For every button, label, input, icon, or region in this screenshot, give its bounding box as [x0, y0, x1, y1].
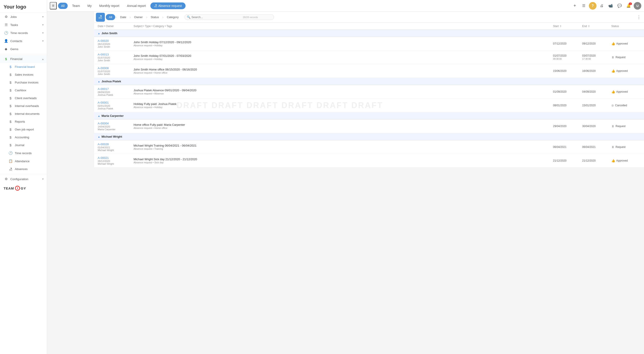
group-arrow-icon: ▲ [98, 32, 100, 35]
group-header[interactable]: ▲Maria Carpenter [94, 112, 644, 120]
question-button[interactable]: ? [589, 2, 596, 10]
filter-tab-status[interactable]: Status [148, 14, 162, 20]
sidebar-item-cashbox[interactable]: $ Cashbox [0, 86, 47, 94]
filter-tab-owner[interactable]: Owner [131, 14, 146, 20]
record-title: Holiday Fully paid: Joshua Piatek [134, 102, 553, 106]
record-status: 👍 Approved [611, 159, 640, 163]
status-badge: ⊗ Cancelled [611, 104, 627, 107]
absence-request-label: Absence request [158, 4, 182, 7]
sidebar-label-reports: Reports [15, 120, 44, 123]
teamogy-text-2: GY [21, 186, 26, 190]
sidebar-item-tasks[interactable]: ☰ Tasks ▼ [0, 21, 47, 29]
record-id: A-00008 [98, 66, 134, 70]
record-date-owner: A-00020 28/12/2020 John Smith [98, 39, 134, 48]
sidebar-item-time-records-fin[interactable]: 🕐 Time records [0, 149, 47, 157]
table-row[interactable]: A-00028 01/04/2021 Michael Wright Michae… [94, 140, 644, 154]
tab-all[interactable]: All [58, 3, 68, 9]
status-label: Cancelled [615, 104, 627, 107]
sidebar-label-internal-documents: Internal documents [15, 112, 44, 116]
video-button[interactable]: 📹 [607, 2, 614, 10]
approved-icon: 👍 [611, 159, 615, 163]
record-type: Absence request • Holiday [134, 58, 553, 60]
sidebar-label-configuration: Configuration [10, 177, 41, 181]
sidebar-label-financial-board: Financial board [15, 65, 44, 68]
sidebar-label-client-overheads: Client overheads [15, 96, 44, 100]
sidebar-item-financial-board[interactable]: $ Financial board [0, 63, 47, 71]
table-row[interactable]: A-00020 28/12/2020 John Smith John Smith… [94, 37, 644, 51]
th-subject: Subject • Type • Category • Tags [134, 25, 553, 28]
sidebar-item-internal-overheads[interactable]: $ Internal overheads [0, 102, 47, 110]
more-options-button[interactable]: ⋮ [636, 14, 642, 20]
sidebar-label-gems: Gems [10, 47, 44, 51]
group-header[interactable]: ▲John Smith [94, 30, 644, 37]
sidebar-item-client-overheads[interactable]: $ Client overheads [0, 94, 47, 102]
record-end: 16/06/2020 [582, 69, 611, 72]
status-label: Approved [616, 90, 628, 93]
accounting-icon: $ [8, 135, 13, 139]
sidebar-item-accounting[interactable]: $ Accounting [0, 133, 47, 141]
record-type: Absence request • Home office [134, 127, 553, 129]
bell-button[interactable]: 🔔 1 [625, 2, 632, 10]
record-type: Absence request • Home office [134, 71, 553, 74]
sidebar-item-sales-invoices[interactable]: $ Sales invoices [0, 71, 47, 79]
group-header[interactable]: ▲Michael Wright [94, 133, 644, 140]
chat-button[interactable]: 💬 [616, 2, 624, 10]
record-date-owner: A-00017 08/09/2020 Joshua Piatek [98, 87, 134, 96]
tab-annual-report[interactable]: Annual report [124, 3, 149, 9]
tab-my[interactable]: My [84, 3, 95, 9]
sidebar-item-time-records[interactable]: 🕐 Time records ▼ [0, 29, 47, 37]
filter-tab-all[interactable]: All [106, 14, 115, 20]
status-label: Request [616, 146, 626, 149]
sidebar-label-jobs: Jobs [10, 15, 41, 18]
status-label: Approved [616, 159, 628, 162]
filter-tab-date[interactable]: Date [117, 14, 129, 20]
table-row[interactable]: A-00017 08/09/2020 Joshua Piatek Joshua … [94, 85, 644, 99]
record-title: John Smith Holiday 07/12/2020 - 09/12/20… [134, 40, 553, 44]
table-row[interactable]: A-00021 28/12/2020 Michael Wright Michae… [94, 154, 644, 168]
sidebar-item-contacts[interactable]: 👤 Contacts ▼ [0, 37, 47, 45]
sidebar-label-own-job-report: Own job report [15, 128, 44, 131]
sidebar-item-gems[interactable]: ◆ Gems [0, 45, 47, 53]
sidebar-item-configuration[interactable]: ⚙ Configuration ▼ [0, 175, 47, 183]
record-date: 28/12/2020 [98, 160, 134, 163]
menu-button[interactable]: ≡ [50, 2, 57, 9]
filter-divider-1: › [116, 15, 116, 19]
list-button[interactable]: ☰ [580, 2, 588, 10]
print-button[interactable]: 🖨 [598, 2, 606, 10]
tasks-arrow-icon: ▼ [42, 23, 44, 26]
sidebar-item-internal-documents[interactable]: $ Internal documents [0, 110, 47, 118]
financial-arrow-icon: ▲ [42, 58, 44, 60]
record-subject: Joshua Piatek Absence 09/01/2020 - 09/04… [134, 89, 553, 95]
sidebar-item-attendance[interactable]: 📋 Attendance [0, 157, 47, 165]
sort-start-icon: ⇕ [560, 25, 562, 28]
record-type: Absence request • Training [134, 148, 553, 150]
sidebar-item-jobs[interactable]: ⚙ Jobs ▼ [0, 13, 47, 21]
group-arrow-icon: ▲ [98, 80, 100, 83]
sidebar-item-purchase-invoices[interactable]: $ Purchase invoices [0, 79, 47, 86]
record-date-owner: A-00021 28/12/2020 Michael Wright [98, 156, 134, 165]
sidebar-item-financial[interactable]: $ Financial ▲ [0, 55, 47, 63]
sidebar-item-own-job-report[interactable]: $ Own job report [0, 126, 47, 133]
tab-monthly-report[interactable]: Monthly report [96, 3, 122, 9]
tab-team[interactable]: Team [69, 3, 83, 9]
group-header[interactable]: ▲Joshua Piatek [94, 78, 644, 85]
record-status: 👍 Approved [611, 42, 640, 45]
filter-tab-category[interactable]: Category [164, 14, 182, 20]
record-start: 29/04/2020 [553, 125, 582, 128]
th-status: Status [611, 25, 640, 28]
search-wrapper[interactable]: 🔍 28/28 records [184, 14, 274, 20]
add-button[interactable]: + [571, 2, 578, 10]
sidebar-item-journal[interactable]: $ Journal [0, 141, 47, 149]
sidebar-item-reports[interactable]: $ Reports [0, 118, 47, 126]
table-row[interactable]: A-00008 01/07/2020 John Smith John Smith… [94, 64, 644, 78]
search-input[interactable] [191, 15, 229, 19]
avatar[interactable]: U [634, 2, 641, 10]
sidebar-item-absences[interactable]: 🏖 Absences [0, 165, 47, 173]
record-owner: John Smith [98, 45, 134, 48]
sort-end-icon: ⇕ [588, 25, 590, 28]
table-row[interactable]: DRAFT DRAFT DRAFT DRAFT DRAFT DRAFT A-00… [94, 99, 644, 112]
absence-request-button[interactable]: 🏖 Absence request [150, 2, 186, 9]
table-row[interactable]: A-00013 01/07/2020 John Smith John Smith… [94, 51, 644, 64]
filter-divider-4: › [162, 15, 163, 19]
table-row[interactable]: A-00004 14/04/2020 Maria Carpenter Home … [94, 120, 644, 133]
